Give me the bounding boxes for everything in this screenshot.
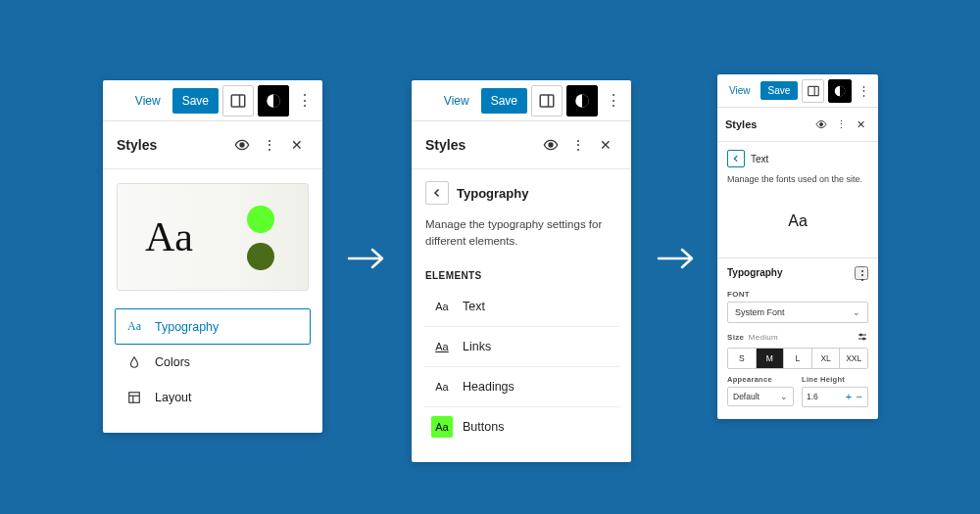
typography-icon: Aa	[125, 319, 143, 334]
svg-rect-7	[540, 95, 554, 107]
size-option-xl[interactable]: XL	[812, 349, 841, 368]
size-option-xxl[interactable]: XXL	[840, 349, 867, 368]
chevron-down-icon: ⌄	[853, 307, 860, 317]
nav-layout[interactable]: Layout	[115, 380, 311, 415]
svg-point-18	[863, 338, 865, 340]
buttons-swatch-icon: Aa	[431, 416, 453, 438]
chevron-down-icon: ⌄	[780, 392, 788, 401]
size-option-m[interactable]: M	[757, 349, 785, 368]
styles-nav-list: Aa Typography Colors Layout	[103, 304, 322, 433]
breadcrumb-title: Typography	[457, 186, 528, 201]
back-button[interactable]	[727, 150, 745, 167]
element-label: Links	[463, 340, 491, 353]
back-button[interactable]	[425, 181, 449, 205]
styles-panel-root: View Save ⋮ Styles ⋮ ✕ Aa Aa Typography …	[103, 80, 322, 433]
size-current-name: Medium	[749, 333, 778, 342]
line-height-value: 1.6	[807, 392, 818, 401]
close-panel-icon[interactable]: ✕	[283, 131, 311, 159]
appearance-select[interactable]: Default ⌄	[727, 387, 794, 406]
nav-label: Typography	[155, 320, 219, 334]
element-text[interactable]: Aa Text	[423, 287, 619, 327]
element-label: Buttons	[463, 420, 504, 434]
text-description: Manage the fonts used on the site.	[717, 169, 878, 191]
appearance-label: Appearance	[727, 375, 794, 384]
flow-arrow-icon	[657, 245, 696, 272]
layout-icon	[125, 391, 143, 404]
size-label-row: Size Medium	[717, 325, 878, 348]
styles-more-icon[interactable]: ⋮	[831, 115, 851, 134]
more-menu-icon[interactable]: ⋮	[856, 79, 872, 103]
drop-icon	[125, 355, 143, 369]
size-options: S M L XL XXL	[727, 348, 868, 369]
headings-swatch-icon: Aa	[431, 376, 453, 397]
svg-point-3	[240, 143, 244, 147]
styles-panel-typography: View Save ⋮ Styles ⋮ ✕ Typography Manage…	[412, 80, 631, 462]
sidebar-toggle-icon[interactable]	[531, 85, 563, 117]
decrement-icon[interactable]: −	[856, 391, 863, 402]
view-link[interactable]: View	[436, 88, 477, 114]
nav-typography[interactable]: Aa Typography	[115, 308, 311, 345]
typography-more-icon[interactable]: ⋮	[855, 266, 868, 280]
view-link[interactable]: View	[127, 88, 169, 114]
nav-label: Layout	[155, 391, 192, 404]
styles-contrast-icon[interactable]	[566, 85, 598, 117]
editor-topbar: View Save ⋮	[717, 74, 878, 108]
appearance-value: Default	[733, 392, 760, 401]
size-option-s[interactable]: S	[728, 349, 757, 368]
revisions-eye-icon[interactable]	[811, 115, 831, 134]
custom-size-toggle-icon[interactable]	[857, 331, 868, 345]
save-button[interactable]: Save	[760, 81, 799, 100]
line-height-input[interactable]: 1.6 + −	[802, 387, 868, 407]
styles-header: Styles ⋮ ✕	[717, 108, 878, 142]
breadcrumb-title: Text	[751, 154, 768, 164]
sidebar-toggle-icon[interactable]	[222, 85, 254, 117]
breadcrumb: Text	[717, 142, 878, 169]
close-panel-icon[interactable]: ✕	[851, 115, 870, 134]
styles-more-icon[interactable]: ⋮	[564, 131, 592, 159]
size-label: Size	[727, 333, 744, 342]
elements-section-label: Elements	[412, 257, 631, 287]
nav-colors[interactable]: Colors	[115, 345, 311, 380]
line-height-label: Line Height	[802, 375, 868, 384]
save-button[interactable]: Save	[481, 88, 527, 114]
appearance-lineheight-row: Appearance Default ⌄ Line Height 1.6 + −	[717, 369, 878, 419]
preview-color-dot-secondary	[247, 243, 274, 270]
close-panel-icon[interactable]: ✕	[592, 131, 619, 159]
styles-contrast-icon[interactable]	[828, 79, 851, 103]
typography-section-header: Typography ⋮	[717, 257, 878, 284]
nav-label: Colors	[155, 355, 190, 369]
size-option-l[interactable]: L	[784, 349, 812, 368]
element-headings[interactable]: Aa Headings	[423, 367, 619, 407]
increment-icon[interactable]: +	[845, 391, 853, 402]
svg-point-16	[860, 334, 862, 336]
revisions-eye-icon[interactable]	[537, 131, 564, 159]
editor-topbar: View Save ⋮	[103, 80, 322, 121]
save-button[interactable]: Save	[172, 88, 219, 114]
svg-point-14	[820, 123, 823, 126]
text-swatch-icon: Aa	[431, 296, 453, 317]
element-label: Text	[463, 300, 485, 313]
svg-point-10	[549, 143, 553, 147]
svg-rect-4	[129, 393, 140, 403]
svg-rect-0	[231, 95, 245, 107]
element-buttons[interactable]: Aa Buttons	[423, 407, 619, 446]
font-preview-sample: Aa	[717, 191, 878, 257]
styles-more-icon[interactable]: ⋮	[256, 131, 283, 159]
revisions-eye-icon[interactable]	[228, 131, 256, 159]
view-link[interactable]: View	[723, 81, 757, 100]
more-menu-icon[interactable]: ⋮	[602, 85, 625, 117]
typography-section-title: Typography	[727, 267, 782, 278]
style-preview-card[interactable]: Aa	[117, 183, 309, 291]
styles-title: Styles	[117, 137, 228, 153]
preview-color-dot-primary	[247, 206, 274, 233]
font-select[interactable]: System Font ⌄	[727, 302, 868, 323]
styles-contrast-icon[interactable]	[258, 85, 289, 117]
more-menu-icon[interactable]: ⋮	[293, 85, 317, 117]
styles-title: Styles	[725, 118, 811, 130]
styles-panel-text: View Save ⋮ Styles ⋮ ✕ Text Manage the f…	[717, 74, 878, 419]
breadcrumb: Typography	[412, 169, 631, 209]
element-links[interactable]: Aa Links	[423, 327, 619, 367]
sidebar-toggle-icon[interactable]	[802, 79, 824, 103]
preview-typography-sample: Aa	[145, 213, 193, 260]
elements-list: Aa Text Aa Links Aa Headings Aa Buttons	[412, 287, 631, 462]
